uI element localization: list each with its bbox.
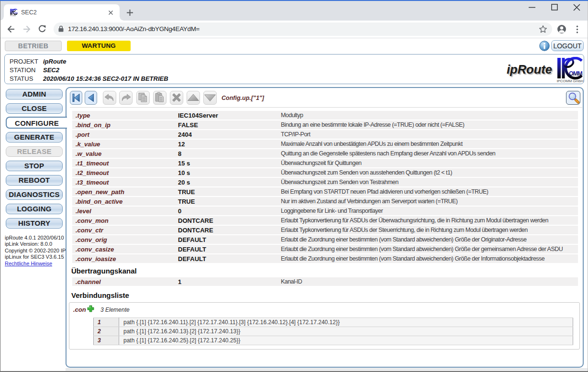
svg-text:IPCOMM: IPCOMM <box>10 15 16 17</box>
svg-text:OMM: OMM <box>569 70 582 77</box>
svg-text:OMM: OMM <box>14 12 18 14</box>
